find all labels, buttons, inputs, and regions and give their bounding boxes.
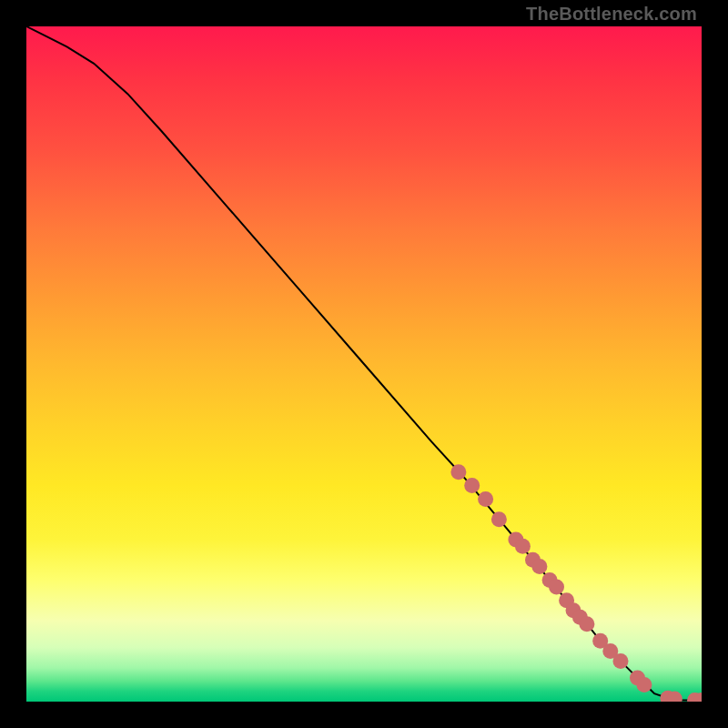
chart-svg [26,26,702,702]
data-point [579,616,594,632]
data-point [491,511,507,527]
data-point [636,677,652,693]
data-point [613,653,629,669]
marker-group [450,464,702,702]
data-point [478,491,493,507]
data-point [515,539,531,554]
data-point [464,478,480,493]
data-point [549,579,564,594]
data-point [531,559,547,574]
curve-line [26,26,702,701]
chart-frame [25,25,703,703]
watermark-text: TheBottleneck.com [526,4,697,25]
data-point [450,464,466,480]
